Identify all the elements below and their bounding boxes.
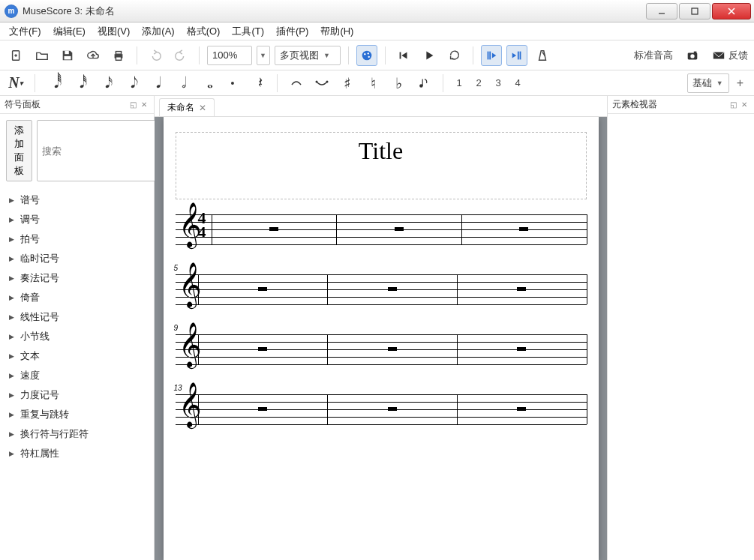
score-canvas[interactable]: Title 𝄞445𝄞9𝄞13𝄞 (155, 117, 607, 560)
workspace-combo[interactable]: 基础▼ (687, 73, 729, 93)
tree-item-timesig[interactable]: ▶拍号 (0, 229, 154, 249)
note-quarter-icon[interactable]: 𝅘𝅥 (146, 73, 166, 93)
palette-panel-title: 符号面板 (5, 98, 41, 111)
add-palette-button[interactable]: 添加面板 (6, 120, 32, 181)
barline (198, 394, 199, 424)
barline (336, 214, 337, 244)
svg-rect-1 (692, 8, 698, 14)
sharp-icon[interactable]: ♯ (338, 73, 357, 93)
tree-item-keysig[interactable]: ▶调号 (0, 210, 154, 229)
tree-item-repeats[interactable]: ▶重复与跳转 (0, 405, 154, 424)
menubar: 文件(F) 编辑(E) 视图(V) 添加(A) 格式(O) 工具(T) 插件(P… (0, 22, 754, 40)
svg-marker-23 (512, 52, 516, 58)
tab-close-icon[interactable]: ✕ (199, 103, 206, 113)
loop-out-icon[interactable] (506, 45, 527, 66)
menu-plugins[interactable]: 插件(P) (270, 23, 314, 40)
voice-3[interactable]: 3 (491, 77, 505, 88)
staff-system[interactable]: 𝄞44 (176, 214, 587, 244)
natural-icon[interactable]: ♮ (363, 73, 383, 93)
whole-rest (395, 227, 404, 231)
barline (587, 394, 587, 424)
open-folder-icon[interactable] (32, 45, 53, 66)
menu-help[interactable]: 帮助(H) (314, 23, 359, 40)
camera-icon[interactable] (682, 45, 703, 66)
palette-search-input[interactable] (37, 120, 173, 181)
menu-file[interactable]: 文件(F) (3, 23, 47, 40)
note-half-icon[interactable]: 𝅗𝅥 (172, 73, 191, 93)
minimize-button[interactable] (646, 3, 677, 19)
inspector-close-icon[interactable]: ✕ (739, 100, 749, 109)
menu-add[interactable]: 添加(A) (136, 23, 180, 40)
window-title: MuseScore 3: 未命名 (23, 4, 115, 18)
note-input-mode-icon[interactable]: N▾ (6, 73, 26, 93)
print-icon[interactable] (108, 45, 129, 66)
staff-system[interactable]: 9𝄞 (176, 334, 587, 364)
tree-item-tempo[interactable]: ▶速度 (0, 366, 154, 385)
undock-icon[interactable]: ◱ (128, 100, 139, 109)
undo-icon[interactable] (145, 45, 166, 66)
loop-in-icon[interactable] (481, 45, 502, 66)
title-frame[interactable]: Title (176, 132, 587, 199)
zoom-dropdown[interactable]: ▼ (257, 46, 270, 65)
flat-icon[interactable]: ♭ (389, 73, 408, 93)
menu-view[interactable]: 视图(V) (92, 23, 136, 40)
tree-item-breaks[interactable]: ▶换行符与行距符 (0, 424, 154, 444)
feedback-button[interactable]: 反馈 (712, 49, 748, 62)
zoom-combo[interactable]: 100% (207, 46, 252, 65)
palette-panel: 符号面板 ◱ ✕ 添加面板 ▶谱号 ▶调号 ▶拍号 ▶临时记号 ▶奏法记号 ▶倚… (0, 96, 155, 560)
svg-marker-18 (401, 52, 407, 58)
slur-icon[interactable] (312, 73, 332, 93)
voice-2[interactable]: 2 (472, 77, 485, 88)
new-file-icon[interactable] (6, 45, 27, 66)
svg-rect-7 (65, 50, 68, 54)
tree-item-lines[interactable]: ▶线性记号 (0, 307, 154, 327)
inspector-undock-icon[interactable]: ◱ (728, 100, 739, 109)
palette-icon[interactable] (356, 45, 377, 66)
view-mode-combo[interactable]: 多页视图▼ (275, 46, 341, 65)
note-64th-icon[interactable]: 𝅘𝅥𝅱 (44, 73, 64, 93)
note-whole-icon[interactable]: 𝅝 (197, 73, 217, 93)
menu-edit[interactable]: 编辑(E) (47, 23, 92, 40)
maximize-button[interactable] (679, 3, 710, 19)
barline (212, 214, 212, 244)
menu-tools[interactable]: 工具(T) (226, 23, 270, 40)
metronome-icon[interactable] (532, 45, 553, 66)
note-8th-icon[interactable]: 𝅘𝅥𝅮 (121, 73, 140, 93)
score-page: Title 𝄞445𝄞9𝄞13𝄞 (164, 117, 599, 560)
standard-pitch-label[interactable]: 标准音高 (634, 49, 673, 62)
document-tab[interactable]: 未命名 ✕ (159, 98, 215, 116)
close-panel-icon[interactable]: ✕ (139, 100, 149, 109)
save-icon[interactable] (57, 45, 78, 66)
rest-icon[interactable]: 𝄽 (248, 73, 268, 93)
close-button[interactable] (712, 3, 751, 19)
redo-icon[interactable] (170, 45, 191, 66)
tree-item-accidentals[interactable]: ▶临时记号 (0, 249, 154, 268)
cloud-upload-icon[interactable] (83, 45, 104, 66)
play-icon[interactable] (419, 45, 440, 66)
tree-item-beam[interactable]: ▶符杠属性 (0, 444, 154, 463)
tree-item-dynamics[interactable]: ▶力度记号 (0, 385, 154, 405)
main-area: 符号面板 ◱ ✕ 添加面板 ▶谱号 ▶调号 ▶拍号 ▶临时记号 ▶奏法记号 ▶倚… (0, 96, 754, 560)
menu-format[interactable]: 格式(O) (181, 23, 227, 40)
staff-system[interactable]: 5𝄞 (176, 274, 587, 304)
barline (327, 394, 328, 424)
add-workspace-icon[interactable]: + (732, 76, 748, 90)
rewind-icon[interactable] (393, 45, 414, 66)
note-16th-icon[interactable]: 𝅘𝅥𝅯 (95, 73, 115, 93)
note-32nd-icon[interactable]: 𝅘𝅥𝅰 (70, 73, 89, 93)
score-title[interactable]: Title (359, 137, 403, 165)
tree-item-barlines[interactable]: ▶小节线 (0, 327, 154, 346)
voice-4[interactable]: 4 (511, 77, 524, 88)
tree-item-articulations[interactable]: ▶奏法记号 (0, 268, 154, 288)
app-icon: m (5, 4, 18, 18)
tie-icon[interactable] (287, 73, 306, 93)
flip-icon[interactable] (414, 73, 434, 93)
staff-system[interactable]: 13𝄞 (176, 394, 587, 424)
loop-icon[interactable] (444, 45, 465, 66)
voice-1[interactable]: 1 (452, 77, 466, 88)
tree-item-text[interactable]: ▶文本 (0, 346, 154, 366)
tree-item-grace[interactable]: ▶倚音 (0, 288, 154, 307)
dot-icon[interactable]: • (223, 73, 242, 93)
tree-item-clefs[interactable]: ▶谱号 (0, 190, 154, 210)
whole-rest (517, 407, 526, 411)
